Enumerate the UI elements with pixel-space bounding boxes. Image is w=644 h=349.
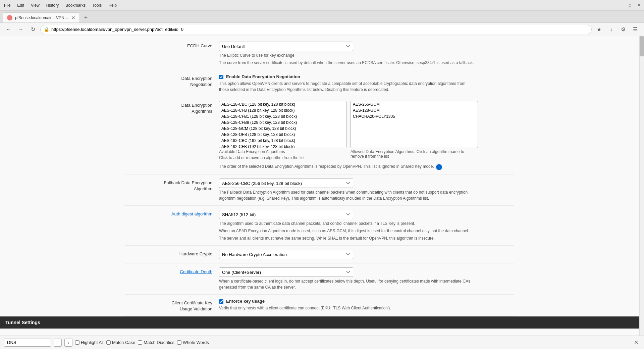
close-button[interactable]: ✕ <box>636 3 641 8</box>
find-next-button[interactable]: ↓ <box>64 339 72 347</box>
hardware-crypto-label: Hardware Crypto <box>125 250 219 257</box>
fallback-encryption-content: AES-256-CBC (256 bit key, 128 bit block)… <box>219 179 514 201</box>
whole-words-checkbox[interactable] <box>177 340 181 345</box>
find-close-button[interactable]: ✕ <box>632 339 640 347</box>
reload-button[interactable]: ↻ <box>28 25 38 34</box>
back-button[interactable]: ← <box>4 25 13 34</box>
list-item[interactable]: AES-128-GCM <box>351 107 478 113</box>
menu-help[interactable]: Help <box>107 2 118 8</box>
certificate-depth-content: One (Client+Server) When a certificate-b… <box>219 267 514 290</box>
menu-button[interactable]: ☰ <box>631 25 640 34</box>
menu-file[interactable]: File <box>3 2 12 8</box>
menu-bookmarks[interactable]: Bookmarks <box>64 2 87 8</box>
highlight-all-checkbox[interactable] <box>75 340 79 345</box>
client-cert-checkbox-row: Enforce key usage <box>219 299 514 304</box>
enable-data-encryption-label[interactable]: Enable Data Encryption Negotiation <box>226 74 300 79</box>
menu-tools[interactable]: Tools <box>91 2 103 8</box>
match-case-checkbox[interactable] <box>106 340 111 345</box>
list-item[interactable]: AES-128-CFB8 (128 bit key, 128 bit block… <box>219 119 346 126</box>
list-item[interactable]: AES-128-CBC (128 bit key, 128 bit block) <box>219 101 346 107</box>
tab-active[interactable]: pfSense.localdomain - VPN: Op ✕ <box>3 12 80 22</box>
list-item[interactable]: AES-128-OFB (128 bit key, 128 bit block) <box>219 132 346 138</box>
match-diacritics-label[interactable]: Match Diacritics <box>138 340 174 345</box>
auth-digest-link[interactable]: Auth digest algorithm <box>171 211 212 216</box>
bookmark-button[interactable]: ★ <box>594 25 604 34</box>
allowed-algorithms-container: AES-256-GCM AES-128-GCM CHACHA20-POLY130… <box>351 101 478 159</box>
hardware-crypto-select[interactable]: No Hardware Crypto Acceleration <box>219 250 353 259</box>
auth-digest-select[interactable]: SHA512 (512-bit) <box>219 210 353 219</box>
certificate-depth-help: When a certificate-based client logs in,… <box>219 278 474 290</box>
tab-favicon <box>7 15 12 20</box>
available-algorithms-listbox[interactable]: AES-128-CBC (128 bit key, 128 bit block)… <box>219 101 346 148</box>
data-encryption-negotiation-label: Data Encryption Negotiation <box>125 74 219 88</box>
tab-bar: pfSense.localdomain - VPN: Op ✕ + <box>0 11 644 23</box>
certificate-depth-label: Certificate Depth <box>125 267 219 275</box>
ecdh-curve-label: ECDH Curve <box>125 42 219 49</box>
highlight-all-label[interactable]: Highlight All <box>75 340 104 345</box>
ecdh-curve-row: ECDH Curve Use Default The Elliptic Curv… <box>125 38 514 70</box>
match-diacritics-checkbox[interactable] <box>138 340 142 345</box>
fallback-encryption-select[interactable]: AES-256-CBC (256 bit key, 128 bit block) <box>219 179 353 188</box>
tab-close-button[interactable]: ✕ <box>71 15 75 20</box>
client-cert-content: Enforce key usage Verify that only hosts… <box>219 299 514 311</box>
data-encryption-algorithms-content: AES-128-CBC (128 bit key, 128 bit block)… <box>219 101 514 170</box>
data-encryption-algorithms-label: Data Encryption Algorithms <box>125 101 219 114</box>
scrollbar-thumb[interactable] <box>640 36 644 56</box>
list-item[interactable]: AES-192-CBC (192 bit key, 128 bit block) <box>219 138 346 144</box>
fallback-encryption-row: Fallback Data Encryption Algorithm AES-2… <box>125 174 514 206</box>
address-bar[interactable]: 🔒 <box>40 25 592 34</box>
list-item[interactable]: CHACHA20-POLY1305 <box>351 113 478 119</box>
list-item[interactable]: AES-128-CFB (128 bit key, 128 bit block) <box>219 107 346 113</box>
fallback-encryption-label: Fallback Data Encryption Algorithm <box>125 179 219 192</box>
menu-edit[interactable]: Edit <box>16 2 25 8</box>
ecdh-curve-help2: The curve from the server certificate is… <box>219 60 474 66</box>
available-algorithms-label: Available Data Encryption Algorithms <box>219 149 346 154</box>
match-case-label[interactable]: Match Case <box>106 340 135 345</box>
list-item[interactable]: AES-256-GCM <box>351 101 478 107</box>
auth-digest-help3: The server and all clients must have the… <box>219 235 474 241</box>
algorithms-info-row: The order of the selected Data Encryptio… <box>219 164 514 170</box>
auth-digest-row: Auth digest algorithm SHA512 (512-bit) T… <box>125 206 514 246</box>
find-prev-button[interactable]: ↑ <box>54 339 62 347</box>
auth-digest-help1: The algorithm used to authenticate data … <box>219 220 474 227</box>
maximize-button[interactable]: □ <box>627 3 633 8</box>
find-input[interactable] <box>4 339 51 347</box>
list-item[interactable]: AES-192-CFB (192 bit key, 128 bit block) <box>219 144 346 148</box>
certificate-depth-link[interactable]: Certificate Depth <box>180 269 212 274</box>
certificate-depth-select[interactable]: One (Client+Server) <box>219 267 353 277</box>
menu-view[interactable]: View <box>30 2 41 8</box>
enforce-key-usage-checkbox[interactable] <box>219 299 223 304</box>
info-icon[interactable]: i <box>436 164 442 170</box>
enforce-key-usage-label[interactable]: Enforce key usage <box>226 299 265 304</box>
enable-data-encryption-checkbox[interactable] <box>219 75 223 79</box>
list-item[interactable]: AES-128-GCM (128 bit key, 128 bit block) <box>219 126 346 132</box>
forward-button[interactable]: → <box>16 25 25 34</box>
match-diacritics-text: Match Diacritics <box>144 340 174 345</box>
available-algorithms-sublabel: Click to add or remove an algorithm from… <box>219 155 346 160</box>
client-cert-label: Client Certificate Key Usage Validation <box>125 299 219 312</box>
whole-words-label[interactable]: Whole Words <box>177 340 209 345</box>
vertical-scrollbar[interactable] <box>639 36 644 336</box>
info-text: The order of the selected Data Encryptio… <box>219 164 434 169</box>
new-tab-button[interactable]: + <box>81 13 91 22</box>
menu-history[interactable]: History <box>45 2 60 8</box>
minimize-button[interactable]: — <box>619 3 624 8</box>
hardware-crypto-content: No Hardware Crypto Acceleration <box>219 250 514 259</box>
dual-listbox: AES-128-CBC (128 bit key, 128 bit block)… <box>219 101 514 160</box>
ecdh-curve-select[interactable]: Use Default <box>219 42 353 51</box>
allowed-algorithms-listbox[interactable]: AES-256-GCM AES-128-GCM CHACHA20-POLY130… <box>351 101 478 148</box>
download-button[interactable]: ↓ <box>606 25 616 34</box>
match-case-text: Match Case <box>112 340 135 345</box>
auth-digest-help2: When an AEAD Encryption Algorithm mode i… <box>219 228 474 234</box>
allowed-algorithms-label: Allowed Data Encryption Algorithms. Clic… <box>351 149 478 159</box>
available-algorithms-container: AES-128-CBC (128 bit key, 128 bit block)… <box>219 101 346 160</box>
client-cert-row: Client Certificate Key Usage Validation … <box>125 295 514 316</box>
extensions-button[interactable]: ⚙ <box>619 25 628 34</box>
window-controls[interactable]: — □ ✕ <box>619 3 641 8</box>
auth-digest-content: SHA512 (512-bit) The algorithm used to a… <box>219 210 514 241</box>
url-input[interactable] <box>51 27 581 32</box>
list-item[interactable]: AES-128-CFB1 (128 bit key, 128 bit block… <box>219 113 346 119</box>
menu-bar[interactable]: File Edit View History Bookmarks Tools H… <box>3 2 118 8</box>
ecdh-curve-help1: The Elliptic Curve to use for key exchan… <box>219 52 474 58</box>
lock-icon: 🔒 <box>44 27 49 32</box>
